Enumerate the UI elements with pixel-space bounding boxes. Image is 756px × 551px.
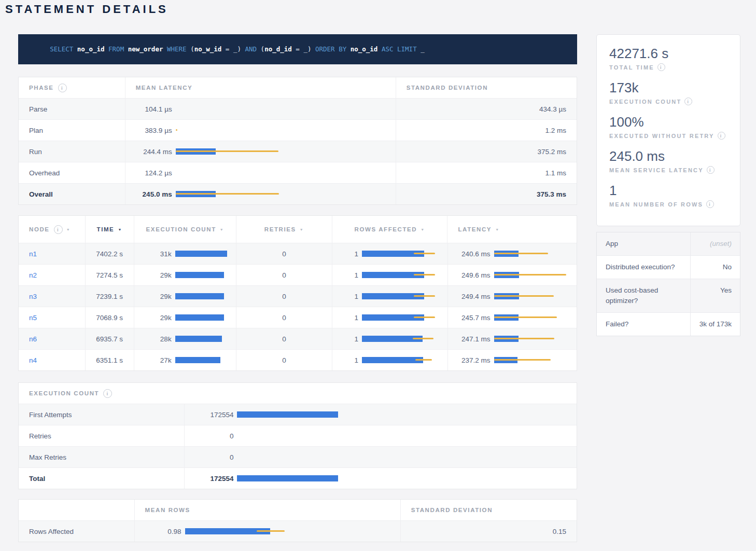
table-row: First Attempts 172554 <box>19 404 577 425</box>
time-value: 7068.9 s <box>85 307 134 328</box>
stat-label: MEAN NUMBER OF ROWS <box>609 201 703 208</box>
column-header-latency[interactable]: LATENCY▼ <box>447 216 577 243</box>
node-link[interactable]: n3 <box>29 293 37 300</box>
rows-affected-value: 1 <box>338 271 358 279</box>
info-icon[interactable]: i <box>657 63 665 71</box>
info-icon[interactable]: i <box>58 84 67 92</box>
table-header-row: MEAN ROWS STANDARD DEVIATION <box>19 500 577 520</box>
info-icon[interactable]: i <box>684 98 692 105</box>
latency-value: 240.6 ms <box>453 250 491 258</box>
stat-label: TOTAL TIME <box>609 64 654 71</box>
table-row: n4 6351.1 s 27k 0 1 237.2 ms <box>19 349 577 370</box>
stat-label: EXECUTED WITHOUT RETRY <box>609 133 715 139</box>
column-header-empty <box>19 500 134 520</box>
page-title: STATEMENT DETAILS <box>5 3 169 16</box>
sql-token: no_o_id <box>77 45 108 53</box>
detail-value: (unset) <box>690 232 740 255</box>
node-link[interactable]: n5 <box>29 314 37 322</box>
column-header-execution-count[interactable]: EXECUTION COUNT▼ <box>134 216 236 243</box>
table-row: n3 7239.1 s 29k 0 1 249.4 ms <box>19 285 577 307</box>
count-value: 172554 <box>190 475 233 483</box>
table-row: Overhead 124.2 µs 1.1 ms <box>19 162 577 183</box>
table-row: n6 6935.7 s 28k 0 1 247.1 ms <box>19 328 577 349</box>
stat-value: 42271.6 s <box>609 45 740 62</box>
row-label: Max Retries <box>19 447 184 467</box>
info-icon[interactable]: i <box>706 200 714 208</box>
std-dev-value: 375.3 ms <box>396 184 577 204</box>
detail-value: No <box>690 256 740 279</box>
execution-count-value: 29k <box>139 293 172 300</box>
execution-count-value: 27k <box>139 356 172 364</box>
detail-label: Failed? <box>597 313 690 336</box>
table-header-row: NODEi▼ TIME▼ EXECUTION COUNT▼ RETRIES▼ R… <box>19 216 577 243</box>
table-row: Parse 104.1 µs 434.3 µs <box>19 98 577 119</box>
sql-token: new_order <box>128 45 167 53</box>
table-row: n1 7402.2 s 31k 0 1 240.6 ms <box>19 243 577 264</box>
detail-label: Distributed execution? <box>597 256 690 279</box>
column-header-rows-affected[interactable]: ROWS AFFECTED▼ <box>332 216 447 243</box>
rows-affected-table: MEAN ROWS STANDARD DEVIATION Rows Affect… <box>18 499 577 542</box>
sql-token: = _) <box>221 45 245 53</box>
latency-value: 245.7 ms <box>453 314 491 322</box>
column-header-time[interactable]: TIME▼ <box>85 216 134 243</box>
mean-latency-value: 244.4 ms <box>131 148 172 156</box>
table-header-row: EXECUTION COUNTi <box>19 383 577 404</box>
rows-affected-value: 1 <box>338 356 358 364</box>
column-header-standard-deviation: STANDARD DEVIATION <box>400 500 577 520</box>
stat-total-time: 42271.6 s TOTAL TIMEi <box>609 45 740 71</box>
summary-stats-card: 42271.6 s TOTAL TIMEi 173k EXECUTION COU… <box>596 34 740 226</box>
time-value: 7402.2 s <box>85 243 134 264</box>
sql-token: no_d_id <box>264 45 292 53</box>
detail-row-distributed-execution: Distributed execution? No <box>597 255 740 279</box>
info-icon[interactable]: i <box>707 166 715 174</box>
count-value: 172554 <box>190 411 233 419</box>
latency-value: 249.6 ms <box>453 271 491 279</box>
retries-value: 0 <box>236 286 332 307</box>
stat-value: 1 <box>609 182 740 199</box>
detail-value: Yes <box>690 279 740 312</box>
row-label: Retries <box>19 425 184 446</box>
std-dev-value: 434.3 µs <box>396 99 577 119</box>
detail-value: 3k of 173k <box>690 313 740 336</box>
column-header-mean-rows: MEAN ROWS <box>134 500 400 520</box>
column-header-node[interactable]: NODEi▼ <box>19 216 85 243</box>
detail-row-failed: Failed? 3k of 173k <box>597 312 740 336</box>
sort-caret-icon: ▼ <box>220 228 225 231</box>
sort-caret-icon: ▼ <box>421 228 425 231</box>
execution-count-table: EXECUTION COUNTi First Attempts 172554 R… <box>18 382 577 489</box>
mean-latency-value: 383.9 µs <box>131 127 172 134</box>
sort-caret-icon: ▼ <box>118 228 122 231</box>
phase-label: Parse <box>19 99 125 119</box>
sql-token: FROM <box>108 45 128 53</box>
sql-token: _ <box>421 45 425 53</box>
table-row: Run 244.4 ms 375.2 ms <box>19 141 577 162</box>
execution-count-value: 31k <box>139 250 172 258</box>
row-label: First Attempts <box>19 404 184 425</box>
phase-latency-table: PHASEi MEAN LATENCY STANDARD DEVIATION P… <box>18 77 577 205</box>
info-icon[interactable]: i <box>718 132 725 140</box>
retries-value: 0 <box>236 350 332 370</box>
node-link[interactable]: n1 <box>29 250 37 258</box>
node-link[interactable]: n4 <box>29 356 37 364</box>
sql-token: no_w_id <box>194 45 222 53</box>
row-label: Total <box>19 468 184 489</box>
statement-attributes-table: App (unset) Distributed execution? No Us… <box>596 232 740 336</box>
execution-count-value: 29k <box>139 271 172 279</box>
info-icon[interactable]: i <box>103 389 112 398</box>
std-dev-value: 1.2 ms <box>396 120 577 141</box>
rows-affected-value: 1 <box>338 250 358 258</box>
stat-execution-count: 173k EXECUTION COUNTi <box>609 79 740 105</box>
table-row: Rows Affected 0.98 0.15 <box>19 520 577 542</box>
node-link[interactable]: n2 <box>29 271 37 279</box>
sql-token: LIMIT <box>397 45 421 53</box>
column-header-standard-deviation: STANDARD DEVIATION <box>396 77 577 98</box>
detail-label: App <box>597 232 690 255</box>
table-row: Retries 0 <box>19 425 577 446</box>
phase-label: Overall <box>19 184 125 204</box>
sql-token: ( <box>190 45 194 53</box>
node-link[interactable]: n6 <box>29 335 37 343</box>
stat-mean-service-latency: 245.0 ms MEAN SERVICE LATENCYi <box>609 148 740 174</box>
info-icon[interactable]: i <box>54 225 63 234</box>
table-row: Overall 245.0 ms 375.3 ms <box>19 183 577 204</box>
column-header-retries[interactable]: RETRIES▼ <box>236 216 332 243</box>
